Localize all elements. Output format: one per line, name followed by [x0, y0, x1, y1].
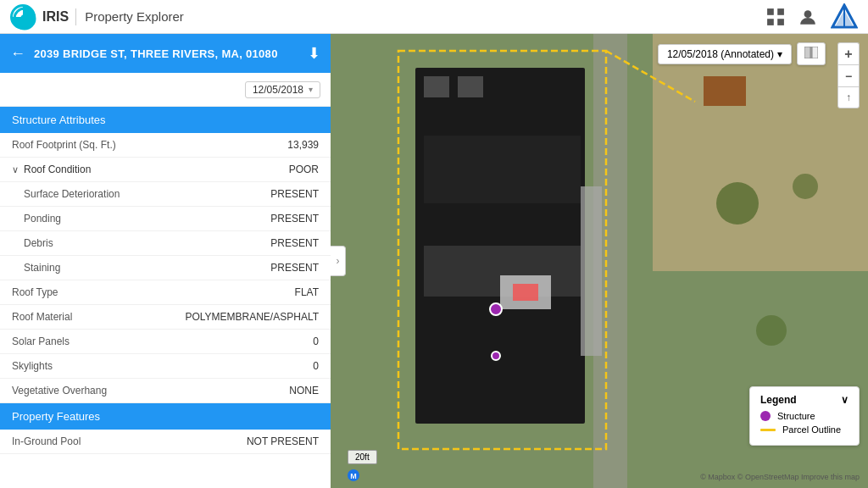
attr-row-in-ground-pool: In-Ground Pool NOT PRESENT: [0, 430, 331, 454]
date-annotated-button[interactable]: 12/05/2018 (Annotated) ▾: [658, 44, 792, 64]
date-selector: 12/05/2018 ▾: [0, 73, 331, 107]
attr-row-roof-material: Roof Material POLYMEMBRANE/ASPHALT: [0, 305, 331, 330]
legend-item-structure: Structure: [760, 411, 849, 421]
legend-structure-dot: [760, 411, 771, 421]
mapbox-logo: M: [348, 469, 359, 481]
svg-point-6: [804, 10, 812, 18]
svg-rect-19: [513, 284, 538, 301]
date-chevron: ▾: [309, 85, 313, 94]
svg-rect-5: [777, 19, 784, 25]
scale-bar: 20ft: [348, 450, 377, 464]
scale-value: 20ft: [355, 452, 370, 462]
svg-point-23: [492, 352, 500, 360]
left-panel: ← 2039 BRIDGE ST, THREE RIVERS, MA, 0108…: [0, 34, 331, 488]
legend-header[interactable]: Legend ∨: [760, 394, 849, 406]
attr-label-roof-condition: Roof Condition: [24, 164, 289, 175]
app-logo: [10, 4, 36, 30]
attr-row-solar-panels: Solar Panels 0: [0, 330, 331, 354]
nav-icons: [766, 3, 858, 30]
attr-label-surface-deterioration: Surface Deterioration: [24, 188, 270, 200]
attr-value-staining: PRESENT: [270, 262, 319, 274]
attr-value-surface-deterioration: PRESENT: [270, 188, 319, 200]
svg-rect-16: [424, 136, 581, 203]
map-attribution: © Mapbox © OpenStreetMap Improve this ma…: [700, 473, 860, 481]
map-top-controls: 12/05/2018 (Annotated) ▾: [658, 42, 826, 65]
grid-icon[interactable]: [766, 8, 785, 26]
attr-row-ponding: Ponding PRESENT: [0, 207, 331, 231]
date-annotated-text: 12/05/2018 (Annotated): [667, 48, 774, 60]
compare-button[interactable]: [797, 42, 826, 65]
svg-point-22: [490, 303, 502, 315]
attr-label-staining: Staining: [24, 262, 270, 274]
attr-label-roof-type: Roof Type: [12, 286, 295, 298]
attr-row-roof-condition[interactable]: ∨ Roof Condition POOR: [0, 158, 331, 182]
zoom-mid-button[interactable]: −: [837, 64, 860, 86]
attr-label-roof-footprint: Roof Footprint (Sq. Ft.): [12, 139, 287, 151]
svg-rect-3: [777, 8, 784, 15]
date-dropdown[interactable]: 12/05/2018 ▾: [245, 81, 320, 98]
svg-rect-12: [653, 34, 868, 271]
legend-item-parcel: Parcel Outline: [760, 424, 849, 435]
attr-label-solar-panels: Solar Panels: [12, 336, 313, 347]
svg-point-26: [716, 182, 759, 225]
main-content: ← 2039 BRIDGE ST, THREE RIVERS, MA, 0108…: [0, 34, 868, 488]
date-value: 12/05/2018: [253, 84, 303, 96]
attr-row-vegetative-overhang: Vegetative Overhang NONE: [0, 379, 331, 403]
section-header-property-features: Property Features: [0, 403, 331, 430]
attr-value-debris: PRESENT: [270, 237, 319, 249]
page-title: Property Explorer: [85, 9, 766, 24]
svg-rect-4: [767, 19, 774, 25]
svg-rect-30: [812, 47, 818, 58]
svg-point-27: [756, 315, 787, 346]
legend-parcel-line: [760, 429, 776, 431]
zoom-in-button[interactable]: +: [837, 42, 860, 64]
property-address: 2039 BRIDGE ST, THREE RIVERS, MA, 01080: [34, 47, 299, 60]
attr-row-surface-deterioration: Surface Deterioration PRESENT: [0, 182, 331, 207]
attr-label-in-ground-pool: In-Ground Pool: [12, 435, 247, 447]
attr-label-ponding: Ponding: [24, 213, 270, 225]
attr-row-debris: Debris PRESENT: [0, 231, 331, 256]
svg-text:M: M: [350, 472, 357, 480]
attr-label-debris: Debris: [24, 237, 270, 249]
attr-row-roof-footprint: Roof Footprint (Sq. Ft.) 13,939: [0, 133, 331, 158]
attr-row-roof-type: Roof Type FLAT: [0, 280, 331, 305]
attr-row-staining: Staining PRESENT: [0, 256, 331, 280]
attr-row-skylights: Skylights 0: [0, 354, 331, 379]
svg-point-1: [20, 14, 29, 23]
back-button[interactable]: ←: [10, 45, 25, 63]
brand-logo: [831, 3, 858, 30]
attr-value-solar-panels: 0: [313, 336, 319, 347]
address-bar: ← 2039 BRIDGE ST, THREE RIVERS, MA, 0108…: [0, 34, 331, 73]
legend-parcel-label: Parcel Outline: [782, 424, 841, 435]
legend-toggle-icon: ∨: [841, 394, 849, 406]
zoom-compass-button[interactable]: ↑: [837, 86, 860, 108]
attr-value-in-ground-pool: NOT PRESENT: [247, 435, 319, 447]
legend-title: Legend: [760, 394, 797, 406]
attr-value-vegetative-overhang: NONE: [289, 385, 319, 396]
legend-structure-label: Structure: [777, 411, 815, 421]
attr-label-skylights: Skylights: [12, 360, 313, 372]
account-icon[interactable]: [798, 8, 817, 26]
panel-collapse-tab[interactable]: ›: [331, 246, 346, 276]
attr-value-roof-type: FLAT: [295, 286, 319, 298]
attr-label-roof-material: Roof Material: [12, 311, 185, 323]
attr-label-vegetative-overhang: Vegetative Overhang: [12, 385, 289, 396]
download-button[interactable]: ⬇: [308, 44, 320, 63]
attributes-scroll[interactable]: Structure Attributes Roof Footprint (Sq.…: [0, 107, 331, 488]
svg-rect-24: [581, 186, 602, 356]
svg-rect-29: [804, 47, 810, 58]
section-header-structure: Structure Attributes: [0, 107, 331, 133]
attr-value-skylights: 0: [313, 360, 319, 372]
svg-rect-14: [424, 76, 449, 97]
legend-panel: Legend ∨ Structure Parcel Outline: [749, 386, 860, 446]
date-annotated-chevron: ▾: [777, 48, 782, 60]
collapse-icon-roof: ∨: [12, 164, 19, 175]
nav-divider: [75, 8, 76, 25]
attr-value-roof-condition: POOR: [289, 164, 319, 175]
attr-value-ponding: PRESENT: [270, 213, 319, 225]
svg-rect-15: [458, 76, 483, 97]
attr-value-roof-footprint: 13,939: [287, 139, 319, 151]
top-nav: IRIS Property Explorer: [0, 0, 868, 34]
attr-value-roof-material: POLYMEMBRANE/ASPHALT: [185, 311, 319, 323]
map-area[interactable]: › 12/05/2018 (Annotated) ▾ + − ↑ 20ft: [331, 34, 868, 488]
